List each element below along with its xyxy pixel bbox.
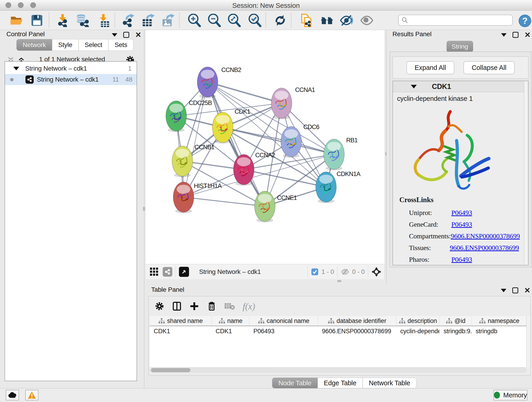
table-horizontal-scrollbar[interactable] bbox=[150, 367, 527, 373]
add-column-icon[interactable] bbox=[190, 301, 199, 311]
table-cell[interactable]: stringdb bbox=[472, 326, 527, 336]
table-cell[interactable]: cyclin-dependent ... bbox=[396, 326, 439, 336]
network-edge[interactable] bbox=[184, 197, 265, 206]
panel-close-icon[interactable]: ✕ bbox=[525, 32, 531, 38]
zoom-out-icon[interactable] bbox=[208, 14, 221, 27]
tab-string[interactable]: String bbox=[447, 41, 473, 52]
function-builder-icon[interactable]: f(x) bbox=[243, 301, 255, 312]
table-row[interactable]: CDK1CDK1P064939606.ENSP00000378699cyclin… bbox=[150, 326, 527, 336]
panel-close-icon[interactable]: ✕ bbox=[135, 32, 141, 38]
table-cell[interactable]: P06493 bbox=[249, 326, 318, 336]
scrollbar-thumb[interactable] bbox=[151, 368, 190, 372]
import-network-icon[interactable] bbox=[56, 14, 69, 27]
panel-menu-icon[interactable] bbox=[112, 33, 117, 37]
collapse-all-button[interactable]: Collapse All bbox=[463, 61, 515, 74]
hide-selected-eye-icon[interactable] bbox=[340, 14, 353, 27]
protein-structure-image bbox=[404, 107, 496, 194]
tab-edge-table[interactable]: Edge Table bbox=[317, 378, 363, 388]
table-cell[interactable]: 9606.ENSP00000378699 bbox=[318, 326, 396, 336]
toolbar-separator bbox=[368, 266, 368, 278]
collection-label: String Network – cdk1 bbox=[25, 65, 87, 72]
network-graph: CCNB2CCNA1CDC25BCDK1CDC6RB1CCNB1CCNA2CDK… bbox=[146, 30, 385, 264]
results-scrollbar[interactable] bbox=[524, 81, 528, 265]
tab-sets[interactable]: Sets bbox=[108, 39, 133, 51]
splitter-handle[interactable] bbox=[143, 207, 145, 211]
application-window: Session: New Session bbox=[0, 0, 532, 402]
search-input[interactable] bbox=[408, 17, 505, 24]
open-in-new-window-icon[interactable] bbox=[179, 267, 189, 277]
birds-eye-view-icon[interactable] bbox=[371, 267, 381, 277]
tab-node-table[interactable]: Node Table bbox=[272, 378, 317, 388]
network-collection-row[interactable]: String Network – cdk1 1 bbox=[5, 63, 137, 74]
crosslink-link[interactable]: P06493 bbox=[451, 209, 472, 217]
column-header-database-identifier[interactable]: database identifier bbox=[318, 316, 396, 326]
network-status-dot bbox=[10, 78, 13, 81]
network-row-selected[interactable]: String Network – cdk1 11 48 bbox=[5, 74, 137, 85]
splitter-handle[interactable] bbox=[337, 280, 341, 282]
cloud-status-button[interactable] bbox=[6, 390, 19, 400]
toolbar-separator bbox=[337, 266, 337, 278]
panel-close-icon[interactable]: ✕ bbox=[524, 287, 530, 293]
show-eye-icon[interactable] bbox=[360, 14, 374, 27]
collection-expand-icon[interactable] bbox=[13, 67, 19, 70]
panel-float-icon[interactable] bbox=[512, 287, 518, 293]
gene-section-header[interactable]: CDK1 bbox=[393, 81, 528, 92]
crosslink-link[interactable]: P06493 bbox=[451, 220, 472, 228]
import-table-icon[interactable] bbox=[97, 14, 110, 27]
export-image-icon[interactable] bbox=[161, 14, 175, 27]
zoom-in-icon[interactable] bbox=[188, 14, 201, 27]
collection-count: 1 bbox=[128, 65, 132, 72]
save-session-icon[interactable] bbox=[30, 14, 44, 27]
tab-style[interactable]: Style bbox=[52, 39, 78, 51]
network-edge[interactable] bbox=[208, 82, 282, 103]
search-box[interactable] bbox=[398, 15, 513, 26]
memory-button[interactable]: Memory bbox=[494, 390, 527, 400]
grid-view-icon[interactable] bbox=[149, 267, 159, 277]
panel-menu-icon[interactable] bbox=[501, 33, 507, 37]
home-icon[interactable] bbox=[320, 14, 334, 27]
gene-section-cdk1: CDK1 cyclin-dependent kinase 1 bbox=[393, 81, 529, 265]
crosslink-link[interactable]: 9606.ENSP00000378699 bbox=[450, 244, 519, 252]
expand-all-button[interactable]: Expand All bbox=[406, 61, 454, 74]
zoom-fit-icon[interactable] bbox=[228, 14, 241, 27]
tab-network-table[interactable]: Network Table bbox=[363, 378, 417, 388]
tab-network[interactable]: Network bbox=[17, 39, 52, 51]
open-session-icon[interactable] bbox=[10, 14, 23, 27]
warnings-button[interactable] bbox=[25, 390, 38, 400]
table-options-gear-icon[interactable] bbox=[155, 301, 164, 311]
column-header-description[interactable]: description bbox=[396, 316, 439, 326]
import-from-database-icon[interactable] bbox=[76, 14, 89, 27]
selected-checkbox-icon[interactable] bbox=[311, 268, 319, 276]
show-columns-icon[interactable] bbox=[172, 301, 182, 311]
crosslink-link[interactable]: 9606.ENSP00000378699 bbox=[451, 232, 520, 240]
duplicate-page-icon[interactable] bbox=[300, 14, 313, 27]
panel-menu-icon[interactable] bbox=[501, 289, 506, 292]
network-edge[interactable] bbox=[244, 170, 326, 187]
table-vertical-scrollbar[interactable] bbox=[526, 316, 530, 367]
delete-column-icon[interactable] bbox=[207, 301, 216, 311]
tab-select[interactable]: Select bbox=[79, 39, 109, 51]
table-cell[interactable]: CDK1 bbox=[150, 326, 211, 336]
column-header-canonical-name[interactable]: canonical name bbox=[249, 316, 318, 326]
window-title: Session: New Session bbox=[0, 2, 532, 9]
help-icon[interactable]: ? bbox=[518, 14, 532, 27]
panel-float-icon[interactable] bbox=[513, 32, 519, 38]
column-header-name[interactable]: name bbox=[211, 316, 249, 326]
refresh-icon[interactable] bbox=[273, 14, 287, 27]
table-cell[interactable]: stringdb:9... bbox=[439, 326, 472, 336]
string-network-icon[interactable] bbox=[163, 267, 172, 277]
panel-float-icon[interactable] bbox=[123, 32, 129, 38]
network-canvas[interactable]: CCNB2CCNA1CDC25BCDK1CDC6RB1CCNB1CCNA2CDK… bbox=[146, 30, 385, 264]
column-header-shared-name[interactable]: shared name bbox=[150, 316, 211, 326]
export-network-icon[interactable] bbox=[121, 14, 135, 27]
column-header-namespace[interactable]: namespace bbox=[472, 316, 527, 326]
section-collapse-icon[interactable] bbox=[411, 85, 417, 89]
table-cell[interactable]: CDK1 bbox=[211, 326, 249, 336]
gene-description: cyclin-dependent kinase 1 bbox=[397, 95, 473, 102]
zoom-selected-icon[interactable] bbox=[248, 14, 262, 27]
crosslink-link[interactable]: P06493 bbox=[451, 255, 472, 263]
network-edge[interactable] bbox=[223, 128, 334, 154]
column-header-id[interactable]: @id bbox=[439, 316, 472, 326]
export-table-icon[interactable] bbox=[141, 14, 155, 27]
delete-table-icon[interactable] bbox=[224, 302, 235, 311]
